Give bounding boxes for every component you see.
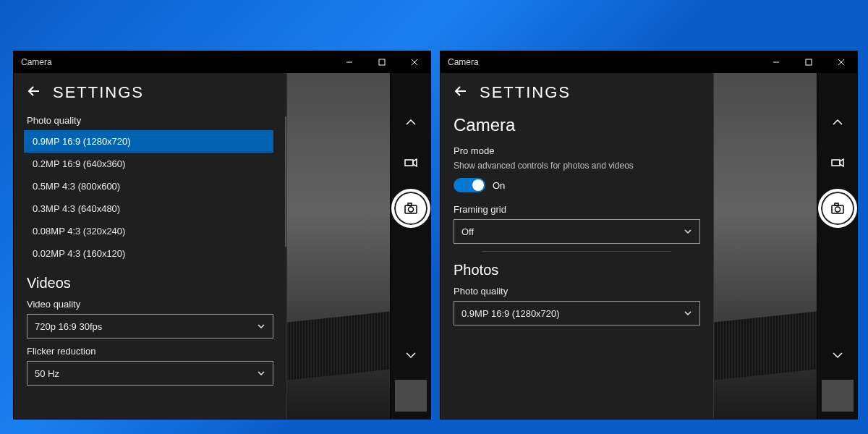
pro-mode-description: Show advanced controls for photos and vi… (454, 161, 700, 171)
svg-rect-5 (405, 160, 413, 166)
window-title: Camera (448, 57, 479, 67)
preview-image (701, 73, 817, 419)
photo-quality-option[interactable]: 0.5MP 4:3 (800x600) (24, 175, 273, 197)
camera-window-right: Camera SETTINGS Camera Pro mode Show adv… (440, 51, 858, 420)
settings-panel: SETTINGS Camera Pro mode Show advanced c… (441, 73, 714, 419)
settings-title: SETTINGS (53, 83, 144, 102)
video-quality-value: 720p 16:9 30fps (35, 321, 102, 332)
flicker-reduction-dropdown[interactable]: 50 Hz (27, 361, 273, 386)
video-mode-button[interactable] (391, 142, 431, 183)
svg-point-18 (835, 207, 840, 212)
preview-image (274, 73, 390, 419)
chevron-down-icon (684, 227, 692, 236)
svg-point-8 (408, 207, 413, 212)
videos-heading: Videos (27, 275, 273, 292)
maximize-button[interactable] (365, 51, 398, 73)
right-toolbar (817, 73, 857, 419)
photos-heading: Photos (454, 262, 700, 278)
viewfinder: SETTINGS Photo quality 0.9MP 16:9 (1280x… (14, 73, 390, 419)
photo-quality-option[interactable]: 0.9MP 16:9 (1280x720) (24, 130, 273, 153)
camera-heading: Camera (454, 115, 700, 135)
chevron-down-icon (684, 309, 692, 318)
svg-rect-9 (408, 203, 412, 205)
video-mode-button[interactable] (817, 142, 858, 183)
collapse-up-button[interactable] (817, 102, 858, 142)
photo-quality-option[interactable]: 0.3MP 4:3 (640x480) (24, 197, 273, 220)
minimize-button[interactable] (333, 51, 365, 73)
framing-grid-label: Framing grid (454, 204, 700, 215)
svg-rect-19 (835, 203, 838, 205)
scrollbar[interactable] (285, 116, 286, 247)
pro-mode-label: Pro mode (454, 145, 700, 156)
camera-icon (830, 201, 845, 216)
video-quality-label: Video quality (27, 299, 273, 310)
titlebar: Camera (441, 51, 857, 73)
photo-quality-dropdown[interactable]: 0.9MP 16:9 (1280x720) (454, 301, 700, 326)
photo-quality-option[interactable]: 0.08MP 4:3 (320x240) (24, 220, 273, 242)
pro-mode-state: On (493, 180, 505, 191)
back-button[interactable] (454, 84, 468, 101)
svg-rect-1 (379, 59, 385, 65)
close-button[interactable] (825, 51, 857, 73)
close-button[interactable] (398, 51, 430, 73)
video-quality-dropdown[interactable]: 720p 16:9 30fps (27, 314, 273, 339)
photo-quality-label: Photo quality (454, 286, 700, 297)
last-capture-thumbnail[interactable] (822, 380, 854, 412)
photo-quality-value: 0.9MP 16:9 (1280x720) (461, 308, 560, 319)
maximize-button[interactable] (792, 51, 825, 73)
back-button[interactable] (27, 84, 41, 101)
pro-mode-toggle[interactable] (454, 178, 485, 192)
svg-rect-11 (806, 59, 812, 65)
expand-down-button[interactable] (391, 335, 431, 375)
camera-window-left: Camera SETTINGS Photo quality 0.9MP 16:9… (13, 51, 431, 420)
minimize-button[interactable] (760, 51, 792, 73)
shutter-button[interactable] (818, 189, 857, 228)
settings-title: SETTINGS (480, 83, 571, 102)
photo-quality-label: Photo quality (27, 115, 273, 126)
photo-quality-option[interactable]: 0.02MP 4:3 (160x120) (24, 242, 273, 265)
divider (482, 251, 671, 252)
expand-down-button[interactable] (817, 335, 858, 375)
right-toolbar (390, 73, 430, 419)
svg-rect-15 (832, 160, 840, 166)
collapse-up-button[interactable] (391, 102, 431, 142)
last-capture-thumbnail[interactable] (395, 380, 427, 412)
titlebar: Camera (14, 51, 430, 73)
framing-grid-dropdown[interactable]: Off (454, 219, 700, 244)
settings-panel: SETTINGS Photo quality 0.9MP 16:9 (1280x… (14, 73, 287, 419)
camera-icon (404, 201, 418, 216)
framing-grid-value: Off (461, 226, 474, 237)
shutter-button[interactable] (391, 189, 430, 228)
window-title: Camera (21, 57, 52, 67)
photo-quality-option[interactable]: 0.2MP 16:9 (640x360) (24, 153, 273, 175)
flicker-reduction-value: 50 Hz (35, 368, 59, 379)
chevron-down-icon (257, 369, 265, 378)
chevron-down-icon (257, 322, 265, 331)
flicker-reduction-label: Flicker reduction (27, 346, 273, 357)
viewfinder: SETTINGS Camera Pro mode Show advanced c… (441, 73, 817, 419)
